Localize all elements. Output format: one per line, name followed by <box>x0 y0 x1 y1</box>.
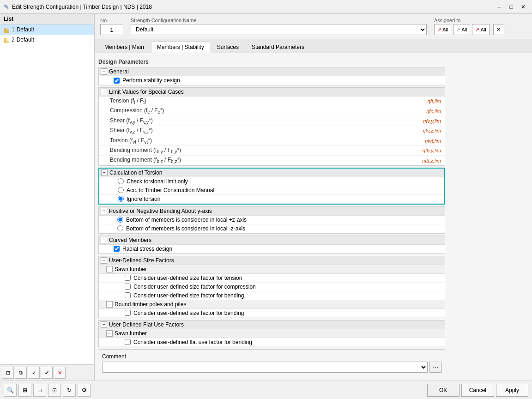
add-item-button[interactable]: ⊞ <box>2 367 14 379</box>
collapse-general[interactable]: − <box>101 68 107 75</box>
size-compression-checkbox[interactable] <box>125 284 131 290</box>
shear-vz-row: Shear (fv,z / Fv,z*) ηfv,z,lim <box>99 126 445 136</box>
torsion-param-value: ηfvt,lim <box>425 138 441 144</box>
delete-button[interactable]: ✕ <box>54 367 66 379</box>
bending-pos-row: Bottom of members is considered in local… <box>99 216 445 224</box>
assigned-all-red-2[interactable]: ↗ All <box>472 24 489 35</box>
cancel-button[interactable]: Cancel <box>461 384 494 397</box>
comment-select[interactable] <box>102 362 428 373</box>
bending-y-row: Bending moment (fb,y / Fb,y*) ηfb,y,lim <box>99 146 445 156</box>
collapse-flat-sawn[interactable]: − <box>106 330 113 337</box>
torsion-check-radio[interactable] <box>118 178 124 184</box>
right-panel: No. Strength Configuration Name Default … <box>95 14 532 381</box>
comment-label: Comment <box>102 353 441 360</box>
main-layout: List ▦ 1 Default ▦ 2 Default ⊞ ⧉ ✓ ✔ ✕ <box>0 14 532 381</box>
content-area: Design Parameters − General Perform stab… <box>95 53 532 381</box>
comment-input-row: ⋯ <box>102 362 441 373</box>
size-bending-checkbox[interactable] <box>125 292 131 298</box>
torsion-ignore-radio[interactable] <box>118 196 124 202</box>
round-timber-subheader: − Round timber poles and piles <box>99 300 445 309</box>
tool-btn-3[interactable]: □ <box>33 384 46 397</box>
bending-neg-radio[interactable] <box>117 225 123 231</box>
item-number: 2 <box>12 36 15 43</box>
close-button[interactable]: ✕ <box>518 2 528 12</box>
config-name-group: Strength Configuration Name Default <box>131 18 427 35</box>
flat-bending-checkbox[interactable] <box>125 339 131 345</box>
apply-button[interactable]: Apply <box>496 384 528 397</box>
tab-surfaces[interactable]: Surfaces <box>211 41 245 53</box>
bending-y-value: ηfb,y,lim <box>423 148 441 153</box>
tool-btn-6[interactable]: ⚙ <box>78 384 91 397</box>
collapse-torsion[interactable]: − <box>101 169 108 176</box>
assigned-all-red-1[interactable]: ↗ All <box>434 24 451 35</box>
bending-neg-row: Bottom of members is considered in local… <box>99 224 445 233</box>
tool-btn-5[interactable]: ↻ <box>63 384 76 397</box>
curved-header: − Curved Members <box>99 236 445 245</box>
tool-btn-1[interactable]: 🔍 <box>4 384 17 397</box>
check-all-button[interactable]: ✔ <box>41 367 53 379</box>
list-item[interactable]: ▦ 2 Default <box>0 35 94 45</box>
size-factors-label: User-Defined Size Factors <box>109 257 174 264</box>
round-bending-label: Consider user-defined size factor for be… <box>133 310 244 316</box>
collapse-round[interactable]: − <box>106 301 113 308</box>
collapse-size[interactable]: − <box>101 257 107 264</box>
torsion-ignore-label: Ignore torsion <box>127 196 160 202</box>
collapse-flat[interactable]: − <box>101 321 107 328</box>
compression-row: Compression (fc / Fc*) ηfc,lim <box>99 106 445 116</box>
bending-z-value: ηfb,z,lim <box>422 158 441 163</box>
check-button[interactable]: ✓ <box>28 367 40 379</box>
tool-btn-4[interactable]: ⊡ <box>48 384 61 397</box>
assigned-close-button[interactable]: ✕ <box>493 24 504 35</box>
torsion-acc-radio[interactable] <box>118 187 124 193</box>
collapse-bending-dir[interactable]: − <box>101 208 107 214</box>
size-tension-checkbox[interactable] <box>125 275 131 281</box>
assigned-all-gray[interactable]: ↗ All <box>453 24 470 35</box>
right-info-panel <box>449 53 532 381</box>
radial-stress-checkbox[interactable] <box>114 246 120 252</box>
curved-label: Curved Members <box>109 237 151 243</box>
perform-stability-checkbox[interactable] <box>114 78 120 84</box>
config-name-row: Default <box>131 24 427 35</box>
ok-button[interactable]: OK <box>427 384 459 397</box>
torsion-check-row: Check torsional limit only <box>99 177 444 186</box>
collapse-sawn[interactable]: − <box>106 266 113 272</box>
tab-members-stability[interactable]: Members | Stability <box>151 41 210 53</box>
arrow-icon: ↗ <box>456 27 460 33</box>
minimize-button[interactable]: ─ <box>494 2 504 12</box>
arrow-icon: ↗ <box>475 27 479 33</box>
config-number-input[interactable] <box>100 24 123 35</box>
config-name-select[interactable]: Default <box>131 24 427 35</box>
torsion-ignore-row: Ignore torsion <box>99 195 444 204</box>
flat-use-group: − User-Defined Flat Use Factors − Sawn l… <box>98 320 445 347</box>
limit-values-group: − Limit Values for Special Cases Tension… <box>98 87 445 166</box>
no-label: No. <box>100 18 123 23</box>
collapse-limit[interactable]: − <box>101 89 107 95</box>
content-main: Design Parameters − General Perform stab… <box>95 53 449 381</box>
size-tension-row: Consider user-defined size factor for te… <box>99 274 445 283</box>
tab-members-main[interactable]: Members | Main <box>98 41 150 53</box>
flat-sawn-label: Sawn lumber <box>115 330 147 337</box>
limit-values-header: − Limit Values for Special Cases <box>99 88 445 97</box>
round-bending-row: Consider user-defined size factor for be… <box>99 309 445 318</box>
collapse-curved[interactable]: − <box>101 237 107 243</box>
comment-area: Comment ⋯ <box>98 349 445 376</box>
bending-pos-radio[interactable] <box>117 217 123 223</box>
size-factors-group: − User-Defined Size Factors − Sawn lumbe… <box>98 256 445 318</box>
maximize-button[interactable]: □ <box>506 2 516 12</box>
flat-use-header: − User-Defined Flat Use Factors <box>99 320 445 329</box>
shear-vy-label: Shear (fv,y / Fv,y*) <box>110 117 423 125</box>
size-bending-row: Consider user-defined size factor for be… <box>99 291 445 300</box>
duplicate-button[interactable]: ⧉ <box>15 367 27 379</box>
list-item[interactable]: ▦ 1 Default <box>0 24 94 35</box>
torsion-group: − Calculation of Torsion Check torsional… <box>98 168 445 205</box>
round-bending-checkbox[interactable] <box>125 310 131 316</box>
arrow-icon: ↗ <box>437 27 441 33</box>
comment-edit-button[interactable]: ⋯ <box>429 362 441 373</box>
limit-values-label: Limit Values for Special Cases <box>109 89 184 95</box>
flat-bending-label: Consider user-defined flat use factor fo… <box>133 339 252 345</box>
torsion-param-row: Torsion (fvt / Fvt*) ηfvt,lim <box>99 136 445 146</box>
left-toolbar: ⊞ ⧉ ✓ ✔ ✕ <box>0 364 94 381</box>
tab-standard-parameters[interactable]: Standard Parameters <box>246 41 310 53</box>
assigned-to-group: Assigned to ↗ All ↗ All ↗ All ✕ <box>434 18 526 35</box>
tool-btn-2[interactable]: ⊞ <box>18 384 31 397</box>
